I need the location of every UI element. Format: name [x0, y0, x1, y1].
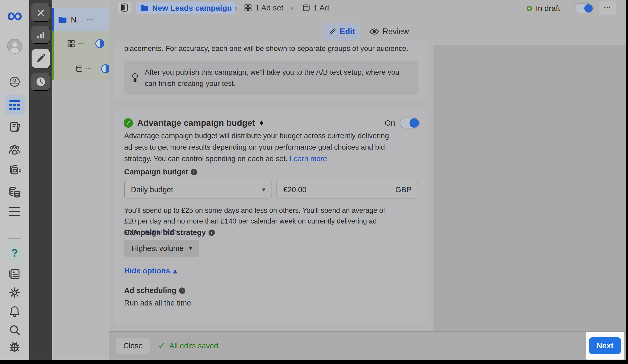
campaign-budget-label-row: Campaign budget i	[124, 168, 197, 176]
more-actions-button[interactable]: •••	[599, 1, 616, 15]
bar-chart-icon	[36, 30, 46, 40]
tree-adset-section: ••• •••	[52, 31, 109, 80]
ad-more-icon[interactable]: •••	[85, 66, 92, 71]
sidebar-item-overview[interactable]	[0, 76, 29, 88]
sidebar-item-all-tools[interactable]	[0, 206, 29, 217]
chevron-down-icon: ▾	[262, 186, 265, 193]
chevron-up-icon: ▴	[173, 266, 177, 275]
adset-more-icon[interactable]: •••	[78, 41, 84, 46]
tutorial-spotlight: Next	[586, 332, 624, 360]
editor-footer-bar: Close ✓ All edits saved	[109, 331, 626, 360]
budget-amount-value: £20.00	[283, 185, 307, 194]
question-mark-icon: ?	[11, 247, 18, 259]
breadcrumb-adset[interactable]: 1 Ad set	[244, 3, 283, 12]
tab-edit[interactable]: Edit	[323, 23, 360, 40]
pencil-icon	[35, 53, 46, 64]
account-avatar[interactable]	[0, 38, 29, 54]
adset-color-bar	[52, 31, 54, 80]
gear-icon	[8, 286, 21, 299]
ad-scheduling-label: Ad scheduling	[124, 286, 176, 295]
tab-review[interactable]: Review	[369, 23, 409, 40]
campaigns-table-icon	[8, 99, 21, 111]
save-status: ✓ All edits saved	[158, 341, 218, 351]
edit-panel-button[interactable]	[31, 49, 50, 68]
tab-edit-label: Edit	[340, 27, 355, 36]
save-status-label: All edits saved	[169, 342, 218, 350]
description-text: Advantage campaign budget will distribut…	[124, 132, 389, 163]
campaign-budget-label: Campaign budget	[124, 168, 188, 176]
chevron-down-icon: ▾	[189, 245, 192, 252]
screen-bottom-edge	[0, 360, 628, 364]
advantage-budget-description: Advantage campaign budget will distribut…	[124, 130, 389, 165]
toggle-knob	[410, 118, 419, 128]
budget-type-value: Daily budget	[131, 185, 173, 194]
draft-status-icon	[527, 6, 532, 11]
ab-test-tip-box: After you publish this campaign, we'll t…	[124, 61, 418, 95]
info-icon[interactable]: i	[191, 169, 197, 175]
chevron-right-icon: ›	[291, 3, 293, 13]
close-panel-button[interactable]: ×	[31, 3, 50, 22]
budget-amount-input[interactable]: £20.00 GBP	[276, 181, 418, 198]
sidebar-item-notifications[interactable]	[0, 305, 29, 318]
panel-collapse-icon	[121, 3, 128, 12]
gauge-icon	[9, 76, 21, 88]
breadcrumb-ad[interactable]: 1 Ad	[302, 3, 329, 12]
hide-options-link[interactable]: Hide options ▴	[124, 266, 177, 275]
ads-manager-screen: ∞	[0, 0, 628, 364]
collapse-sidebar-button[interactable]	[118, 2, 131, 13]
bell-icon	[8, 305, 21, 318]
ab-test-card: placements. For accuracy, each one will …	[114, 41, 428, 101]
sidebar-item-audiences[interactable]	[0, 144, 29, 156]
ads-reporting-icon	[8, 164, 21, 178]
editor-toolbar-rail: ×	[29, 0, 52, 360]
budget-type-select[interactable]: Daily budget ▾	[124, 181, 272, 198]
breadcrumb-ad-label: 1 Ad	[313, 3, 329, 12]
advantage-budget-toggle[interactable]	[400, 118, 420, 128]
history-button[interactable]	[31, 73, 50, 91]
tree-adset-row[interactable]: •••	[67, 39, 104, 48]
status-badge: In draft	[536, 4, 560, 13]
meta-logo[interactable]: ∞	[0, 5, 29, 25]
toggle-knob	[584, 4, 593, 13]
sidebar-item-reports[interactable]	[0, 120, 29, 134]
folder-icon	[140, 4, 149, 12]
screen-right-edge	[626, 0, 628, 364]
chevron-right-icon: ›	[234, 3, 237, 13]
campaign-name-truncated: N.	[71, 15, 79, 24]
sidebar-item-news[interactable]	[0, 268, 29, 280]
info-icon[interactable]: i	[179, 287, 185, 294]
campaign-active-toggle[interactable]	[574, 3, 594, 13]
next-button[interactable]: Next	[589, 337, 621, 354]
sparkle-icon: ✦	[258, 119, 265, 128]
breadcrumb-adset-label: 1 Ad set	[255, 3, 283, 12]
bid-strategy-select[interactable]: Highest volume ▾	[124, 240, 199, 257]
eye-icon	[369, 27, 379, 36]
bug-icon	[8, 340, 21, 354]
info-icon[interactable]: i	[209, 230, 215, 236]
sidebar-item-report-bug[interactable]	[0, 340, 29, 354]
sidebar-item-ads-reporting[interactable]	[0, 164, 29, 178]
tree-campaign-row[interactable]: N. •••	[52, 8, 109, 31]
campaign-tree-panel: N. ••• ••• •••	[52, 0, 109, 360]
sidebar-item-search[interactable]	[0, 324, 29, 336]
global-nav-sidebar: ∞	[0, 0, 29, 360]
campaign-more-icon[interactable]: •••	[87, 17, 93, 22]
bid-strategy-label-row: Campaign bid strategy i	[124, 228, 215, 237]
menu-icon	[8, 207, 21, 216]
meta-infinity-icon: ∞	[7, 7, 22, 23]
breadcrumb-campaign[interactable]: New Leads campaign	[136, 2, 236, 14]
sidebar-item-ads-manager[interactable]	[5, 95, 25, 115]
sidebar-item-billing[interactable]	[0, 185, 29, 199]
ad-frame-icon	[75, 64, 83, 73]
sidebar-item-settings[interactable]	[0, 286, 29, 299]
tree-ad-row[interactable]: •••	[75, 64, 109, 73]
advantage-budget-header: ✓ Advantage campaign budget ✦ On	[124, 118, 420, 128]
ad-frame-icon	[302, 3, 311, 12]
close-button[interactable]: Close	[116, 338, 150, 354]
sidebar-divider	[8, 238, 21, 239]
notebook-icon	[8, 120, 21, 134]
performance-button[interactable]	[31, 26, 50, 44]
help-button[interactable]: ?	[5, 243, 24, 263]
search-icon	[8, 324, 21, 336]
learn-more-link[interactable]: Learn more	[290, 155, 327, 163]
